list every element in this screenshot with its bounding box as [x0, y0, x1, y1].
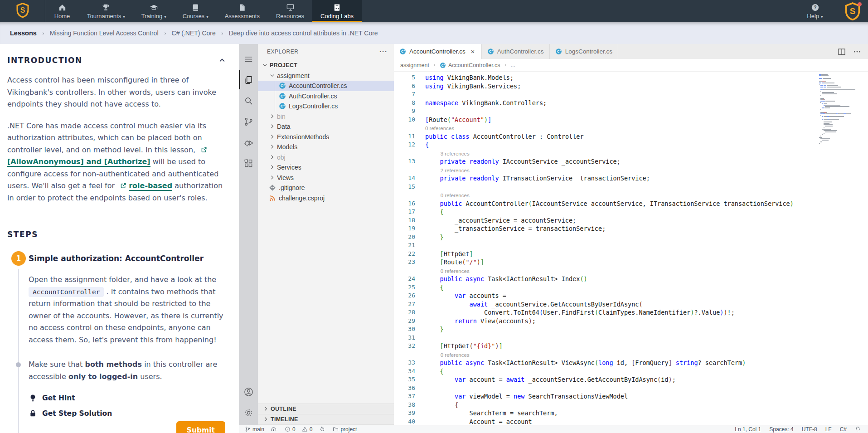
status-spaces-4[interactable]: Spaces: 4	[769, 426, 793, 433]
doc-link[interactable]: [AllowAnonymous] and [Authorize]	[7, 157, 150, 167]
tree-item-.gitignore[interactable]: .gitignore	[258, 183, 394, 193]
code-line: 39 SearchTerm = searchTerm,	[394, 409, 868, 418]
tree-section-project[interactable]: PROJECT	[258, 60, 394, 71]
tree-item-logscontroller.cs[interactable]: C#LogsController.cs	[258, 101, 394, 112]
tree-item-obj[interactable]: obj	[258, 152, 394, 163]
tree-item-services[interactable]: Services	[258, 162, 394, 173]
code-line: 33 public async Task<IActionResult> View…	[394, 359, 868, 367]
account-avatar[interactable]: S	[844, 2, 861, 20]
line-number: 32	[394, 342, 415, 350]
codelens-references[interactable]: 0 references	[394, 350, 868, 359]
minimap[interactable]	[819, 74, 863, 144]
status-cloud-sync-icon[interactable]	[271, 426, 278, 432]
tree-item-authcontroller.cs[interactable]: C#AuthController.cs	[258, 91, 394, 102]
tab-authcontroller.cs[interactable]: C#AuthController.cs	[482, 44, 550, 59]
line-number: 37	[394, 392, 415, 401]
submit-button[interactable]: Submit	[176, 421, 225, 433]
editor-breadcrumb-item[interactable]: assignment	[400, 62, 429, 68]
line-number: 7	[394, 90, 415, 99]
status-project[interactable]: project	[333, 426, 357, 433]
line-number: 6	[394, 82, 415, 91]
activity-debug[interactable]	[239, 132, 258, 153]
status-bar: main00project Ln 1, Col 1Spaces: 4UTF-8L…	[239, 425, 868, 433]
nav-item-help[interactable]: ?Help▾	[798, 1, 832, 21]
status-0[interactable]: 0	[302, 426, 313, 433]
status-main[interactable]: main	[245, 426, 264, 433]
bulb-icon	[29, 394, 37, 402]
codelens-references[interactable]: 0 references	[394, 267, 868, 275]
activity-ext[interactable]	[239, 153, 258, 174]
codelens-references[interactable]: 0 references	[394, 191, 868, 199]
tree-item-bin[interactable]: bin	[258, 112, 394, 122]
outline-section[interactable]: OUTLINE	[258, 404, 394, 414]
timeline-section[interactable]: TIMELINE	[258, 414, 394, 425]
nav-item-training[interactable]: Training▾	[133, 0, 175, 22]
doc-link[interactable]: role-based	[129, 181, 172, 191]
collapse-intro-button[interactable]	[218, 56, 226, 64]
split-editor-button[interactable]	[837, 47, 846, 56]
status-bell-icon[interactable]	[855, 426, 863, 432]
bullet-dot	[16, 362, 21, 367]
code-line: 17 {	[394, 208, 868, 216]
tree-item-data[interactable]: Data	[258, 122, 394, 132]
nav-item-tournaments[interactable]: Tournaments▾	[79, 0, 133, 22]
csharp-file-icon: C#	[555, 48, 562, 55]
trophy-icon	[102, 3, 110, 12]
brand-logo[interactable]: S	[0, 0, 45, 22]
status-0[interactable]: 0	[285, 426, 296, 433]
get-step-solution-button[interactable]: Get Step Solution	[29, 409, 226, 418]
line-number: 21	[394, 241, 415, 250]
activity-gear[interactable]	[239, 402, 258, 423]
codelens-references[interactable]: 0 references	[394, 124, 868, 132]
chevron-right-icon	[269, 174, 276, 181]
activity-menu[interactable]	[239, 49, 258, 69]
breadcrumb-item[interactable]: Lessons	[10, 29, 37, 37]
chevron-right-icon	[269, 154, 276, 161]
nav-item-home[interactable]: Home	[45, 0, 79, 22]
get-hint-button[interactable]: Get Hint	[29, 394, 226, 402]
tab-accountcontroller.cs[interactable]: C#AccountController.cs×	[394, 44, 482, 59]
codelens-references[interactable]: 3 references	[394, 149, 868, 158]
editor-breadcrumb-item[interactable]: AccountController.cs	[448, 62, 500, 68]
code-line: 40 Account = account	[394, 418, 868, 425]
activity-search[interactable]	[239, 90, 258, 111]
nav-item-assessments[interactable]: Assessments	[217, 0, 268, 22]
activity-git[interactable]	[239, 111, 258, 132]
nav-item-resources[interactable]: Resources	[268, 0, 312, 22]
status-c#[interactable]: C#	[840, 426, 847, 433]
line-number: 35	[394, 375, 415, 384]
svg-text:#: #	[444, 63, 445, 65]
tab-logscontroller.cs[interactable]: C#LogsController.cs	[550, 44, 618, 59]
tree-item-accountcontroller.cs[interactable]: C#AccountController.cs	[258, 81, 394, 91]
line-number: 26	[394, 292, 415, 300]
close-icon[interactable]: ×	[470, 48, 476, 55]
tree-item-models[interactable]: Models	[258, 142, 394, 152]
nav-item-courses[interactable]: Courses▾	[175, 0, 217, 22]
codelens-references[interactable]: 2 references	[394, 166, 868, 175]
status-lf[interactable]: LF	[825, 426, 832, 433]
status-utf-8[interactable]: UTF-8	[802, 426, 817, 433]
nav-item-coding-labs[interactable]: Coding Labs	[312, 0, 362, 22]
csharp-file-icon: C#	[279, 102, 286, 110]
shield-logo-icon: S	[844, 14, 861, 22]
tree-item-extensionmethods[interactable]: ExtensionMethods	[258, 132, 394, 142]
line-number: 5	[394, 73, 415, 82]
editor-breadcrumb-item[interactable]: ...	[511, 62, 515, 68]
svg-text:#: #	[283, 83, 285, 86]
status-flame-icon[interactable]	[319, 426, 326, 432]
breadcrumb-item[interactable]: Missing Function Level Access Control	[50, 29, 159, 37]
nav-right: ?Help▾ S	[798, 0, 868, 22]
editor-more-actions-button[interactable]	[853, 47, 862, 56]
tree-item-assignment[interactable]: assignment	[258, 71, 394, 81]
breadcrumb-item[interactable]: C# (.NET) Core	[172, 29, 216, 37]
code-editor[interactable]: 5using VikingBank.Models;6using VikingBa…	[394, 72, 868, 425]
activity-files[interactable]	[239, 69, 258, 90]
explorer-actions-button[interactable]: ···	[379, 48, 388, 55]
book-icon	[191, 3, 200, 12]
activity-account[interactable]	[239, 381, 258, 402]
tree-item-challenge.csproj[interactable]: challenge.csproj	[258, 193, 394, 204]
tree-item-views[interactable]: Views	[258, 173, 394, 183]
status-ln-1-col-1[interactable]: Ln 1, Col 1	[735, 426, 761, 433]
notification-dot	[858, 2, 862, 6]
line-number: 27	[394, 300, 415, 309]
